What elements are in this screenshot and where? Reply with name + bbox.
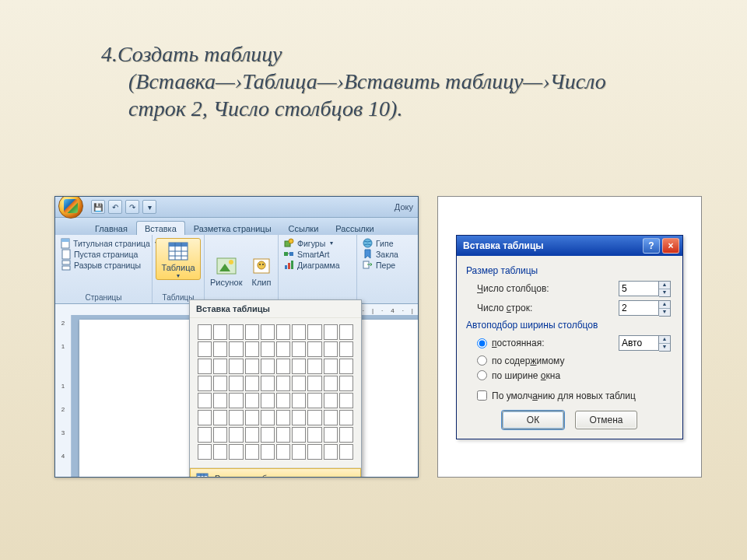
clip-icon: [251, 255, 272, 277]
spin-down-icon[interactable]: ▼: [659, 289, 670, 296]
tab-insert[interactable]: Вставка: [136, 221, 185, 235]
svg-point-26: [363, 239, 372, 247]
group-pages: Титульная страница▾ Пустая страница Разр…: [55, 235, 153, 303]
qat-redo-icon[interactable]: ↷: [125, 200, 139, 214]
radio-fixed[interactable]: [477, 338, 487, 348]
ribbon-tabs: Главная Вставка Разметка страницы Ссылки…: [55, 218, 418, 235]
page-icon: [61, 238, 70, 248]
help-button[interactable]: ?: [643, 238, 660, 254]
label-fixed: постоянная:: [492, 338, 544, 348]
tab-home[interactable]: Главная: [86, 221, 136, 235]
ok-button[interactable]: ОК: [502, 411, 564, 429]
btn-chart[interactable]: Диаграмма: [282, 260, 353, 270]
dialog-screenshot: Вставка таблицы ? × Размер таблицы Число…: [437, 196, 702, 478]
dialog-titlebar: Вставка таблицы ? ×: [457, 236, 682, 256]
btn-clipart[interactable]: Клип: [248, 240, 275, 302]
quick-access-toolbar: 💾 ↶ ↷ ▾: [91, 200, 156, 214]
spinner-columns[interactable]: ▲▼: [619, 281, 673, 297]
btn-blank-page[interactable]: Пустая страница: [58, 249, 149, 259]
svg-point-17: [262, 264, 264, 265]
btn-cross-ref[interactable]: Пере: [360, 260, 401, 270]
svg-point-15: [258, 261, 265, 269]
qat-save-icon[interactable]: 💾: [91, 200, 105, 214]
instruction-heading: 4.Создать таблицу (Вставка—›Таблица—›Вст…: [101, 40, 661, 122]
svg-rect-4: [62, 266, 70, 270]
svg-rect-1: [61, 239, 69, 242]
word-window: 💾 ↶ ↷ ▾ Доку Главная Вставка Разметка ст…: [54, 196, 419, 478]
label-window: по ширине окна: [492, 370, 560, 381]
dropdown-header: Вставка таблицы: [190, 300, 361, 318]
radio-content[interactable]: [477, 355, 487, 366]
smartart-icon: [284, 249, 294, 259]
btn-page-break[interactable]: Разрыв страницы: [58, 260, 149, 270]
radio-window[interactable]: [477, 370, 487, 380]
spin-up-icon[interactable]: ▲: [659, 301, 670, 309]
spin-down-icon[interactable]: ▼: [659, 344, 670, 351]
btn-shapes[interactable]: Фигуры▾: [282, 238, 353, 248]
office-button[interactable]: [58, 196, 83, 219]
insert-table-dialog: Вставка таблицы ? × Размер таблицы Число…: [456, 235, 683, 439]
btn-bookmark[interactable]: Закла: [360, 249, 401, 259]
spinner-fixed-width[interactable]: ▲▼: [619, 335, 673, 352]
svg-rect-30: [197, 474, 208, 476]
input-columns[interactable]: [619, 281, 659, 296]
spinner-rows[interactable]: ▲▼: [619, 300, 673, 317]
close-button[interactable]: ×: [662, 238, 679, 254]
svg-rect-25: [291, 261, 293, 269]
btn-hyperlink[interactable]: Гипе: [360, 238, 401, 248]
bookmark-icon: [363, 249, 373, 259]
btn-table[interactable]: Таблица ▾: [156, 238, 201, 280]
qat-more-icon[interactable]: ▾: [142, 200, 156, 214]
menu-insert-table[interactable]: Вставить таблицу… Вставить таблицу: [190, 468, 361, 478]
globe-icon: [363, 238, 373, 248]
dialog-title: Вставка таблицы: [463, 240, 544, 251]
cancel-button[interactable]: Отмена: [575, 411, 637, 429]
input-rows[interactable]: [619, 300, 659, 316]
svg-rect-3: [62, 261, 70, 264]
table-icon: [167, 240, 189, 262]
picture-icon: [216, 255, 237, 277]
page-break-icon: [61, 260, 71, 270]
group-pages-label: Страницы: [58, 292, 149, 302]
input-fixed-width[interactable]: [619, 335, 659, 351]
label-content: по содержимому: [492, 355, 564, 366]
table-dropdown: Вставка таблицы Вставить табл: [189, 299, 362, 478]
svg-point-19: [289, 239, 293, 243]
ruler-vertical: 2 1 1 2 3 4 5: [55, 315, 72, 477]
group-tables: Таблица ▾ Таблицы: [153, 235, 205, 303]
btn-title-page[interactable]: Титульная страница▾: [58, 238, 149, 248]
insert-table-grid[interactable]: [190, 318, 361, 467]
label-rows: Число строк:: [477, 303, 532, 313]
tab-page-layout[interactable]: Разметка страницы: [185, 221, 280, 235]
tab-references[interactable]: Ссылки: [280, 221, 328, 235]
tab-mailings[interactable]: Рассылки: [327, 221, 382, 235]
svg-point-13: [229, 260, 233, 264]
heading-line1: 4.Создать таблицу: [101, 42, 282, 66]
blank-page-icon: [61, 249, 71, 259]
btn-smartart[interactable]: SmartArt: [282, 249, 353, 259]
chart-icon: [284, 260, 294, 270]
word-titlebar: 💾 ↶ ↷ ▾ Доку: [55, 197, 418, 218]
group-links: Гипе Закла Пере: [357, 235, 404, 303]
label-default: По умолчанию для новых таблиц: [492, 390, 636, 401]
ribbon: Титульная страница▾ Пустая страница Разр…: [55, 235, 418, 304]
label-columns: Число столбцов:: [477, 283, 549, 294]
cross-ref-icon: [363, 260, 373, 270]
qat-undo-icon[interactable]: ↶: [108, 200, 122, 214]
insert-table-icon: [196, 472, 209, 478]
heading-line2: (Вставка—›Таблица—›Вставить таблицу—›Чис…: [101, 68, 661, 122]
svg-rect-2: [62, 250, 70, 259]
spin-up-icon[interactable]: ▲: [659, 282, 670, 289]
svg-point-16: [259, 264, 261, 265]
section-size: Размер таблицы: [466, 265, 673, 276]
spin-down-icon[interactable]: ▼: [659, 309, 670, 316]
svg-marker-27: [365, 250, 370, 258]
group-illustrations: Рисунок Клип: [205, 235, 279, 303]
svg-rect-21: [289, 252, 293, 256]
checkbox-default[interactable]: [477, 390, 487, 401]
spin-up-icon[interactable]: ▲: [659, 336, 670, 344]
svg-rect-24: [288, 263, 290, 269]
document-title: Доку: [395, 202, 413, 212]
group-illustrations2: Фигуры▾ SmartArt Диаграмма: [279, 235, 357, 303]
btn-picture[interactable]: Рисунок: [208, 240, 245, 302]
